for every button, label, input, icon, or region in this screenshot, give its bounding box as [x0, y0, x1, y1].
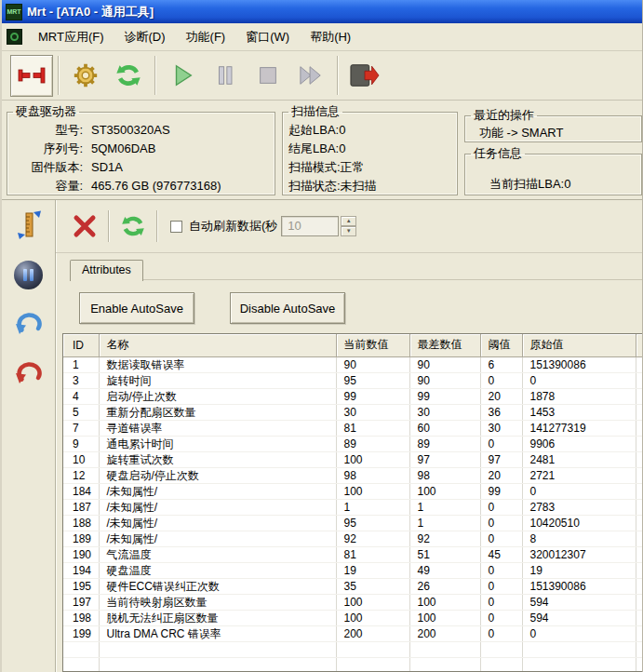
menu-mrt-app[interactable]: MRT应用(F) — [28, 25, 114, 49]
cell: 45 — [480, 547, 522, 563]
cell — [636, 437, 642, 452]
menu-function[interactable]: 功能(F) — [176, 25, 236, 49]
autosave-button-row: Enable AutoSave Disable AutoSave — [79, 292, 642, 324]
right-info-column: 最近的操作 功能 -> SMART 任务信息 当前扫描LBA:0 — [464, 107, 642, 195]
tab-attributes[interactable]: Attributes — [70, 260, 143, 281]
cell: 1 — [409, 516, 480, 531]
col-header-current[interactable]: 当前数值 — [336, 334, 409, 357]
cell: 0 — [480, 437, 522, 452]
col-header-id[interactable]: ID — [63, 334, 99, 357]
cell: 100 — [336, 611, 409, 626]
cell: 0 — [480, 579, 522, 595]
cell: /未知属性/ — [99, 531, 336, 547]
cell: 99 — [336, 389, 409, 405]
info-panels: 硬盘驱动器 型号: ST3500320AS 序列号: 5QM06DAB 固件版本… — [2, 101, 642, 200]
measure-tool-button[interactable] — [11, 208, 47, 243]
cell — [636, 611, 642, 626]
table-row[interactable]: 9通电累计时间898909906 — [63, 437, 642, 452]
exit-button[interactable] — [343, 55, 386, 97]
cell-id: 12 — [63, 468, 99, 484]
drive-connect-button[interactable] — [10, 55, 53, 97]
table-row[interactable]: 1数据读取错误率90906151390086 — [63, 357, 642, 373]
enable-autosave-button[interactable]: Enable AutoSave — [79, 292, 194, 324]
cell: 气流温度 — [99, 547, 336, 563]
cell-id: 190 — [63, 547, 99, 563]
cell: 0 — [480, 373, 522, 389]
table-filler-row — [63, 658, 642, 672]
cell: 141277319 — [522, 421, 636, 437]
table-row[interactable]: 187/未知属性/1102783 — [63, 500, 642, 516]
main-toolbar — [2, 51, 642, 101]
delete-x-icon — [73, 214, 97, 238]
table-row[interactable]: 10旋转重试次数10097972481 — [63, 452, 642, 468]
table-row[interactable]: 194硬盘温度1949019 — [63, 563, 642, 579]
pause-sphere-button[interactable] — [11, 257, 47, 292]
table-row[interactable]: 12硬盘启动/停止次数9898202721 — [63, 468, 642, 484]
menu-window[interactable]: 窗口(W) — [235, 25, 300, 49]
cell-id: 199 — [63, 626, 99, 642]
table-row[interactable]: 190气流温度815145320012307 — [63, 547, 642, 563]
mrt-app-icon — [7, 29, 22, 45]
cell: 1453 — [522, 405, 636, 421]
drive-firmware-label: 固件版本: — [13, 158, 91, 177]
table-row[interactable]: 184/未知属性/100100990 — [63, 484, 642, 500]
refresh-data-button[interactable] — [116, 209, 150, 243]
table-row[interactable]: 198脱机无法纠正扇区数量1001000594 — [63, 611, 642, 626]
drive-connect-icon — [18, 65, 46, 86]
table-row[interactable]: 199Ultra DMA CRC 错误率20020000 — [63, 626, 642, 642]
delete-button[interactable] — [68, 209, 101, 243]
cell-id: 184 — [63, 484, 99, 500]
stop-icon — [256, 63, 280, 87]
spinner-up-button[interactable]: ▲ — [341, 216, 356, 226]
cell: 脱机无法纠正扇区数量 — [99, 611, 336, 626]
cell: 60 — [409, 421, 480, 437]
col-header-raw[interactable]: 原始值 — [522, 334, 636, 357]
left-sidebar — [2, 200, 56, 672]
settings-button[interactable] — [64, 55, 107, 97]
menu-diagnose[interactable]: 诊断(D) — [114, 25, 176, 49]
cell: /未知属性/ — [99, 500, 336, 516]
cell: 20 — [480, 468, 522, 484]
table-row[interactable]: 3旋转时间959000 — [63, 373, 642, 389]
smart-table-container: ID 名称 当前数值 最差数值 阈值 原始值 1数据读取错误率909061513… — [62, 333, 642, 672]
table-row[interactable]: 7寻道错误率816030141277319 — [63, 421, 642, 437]
drive-firmware-value: SD1A — [91, 158, 269, 177]
undo-red-button[interactable] — [11, 356, 47, 391]
cell-id: 7 — [63, 421, 99, 437]
refresh-button[interactable] — [107, 55, 150, 97]
cell: 重新分配扇区数量 — [99, 405, 336, 421]
cell: 30 — [480, 421, 522, 437]
undo-blue-button[interactable] — [11, 306, 47, 342]
cell: 8 — [522, 531, 636, 547]
fast-forward-button[interactable] — [289, 55, 332, 97]
cell — [636, 516, 642, 531]
refresh-interval-input[interactable]: 10 — [281, 216, 339, 236]
table-row[interactable]: 197当前待映射扇区数量1001000594 — [63, 595, 642, 611]
pause-scan-button[interactable] — [204, 55, 247, 97]
stop-scan-button[interactable] — [247, 55, 289, 97]
cell: 1 — [336, 500, 409, 516]
disable-autosave-button[interactable]: Disable AutoSave — [230, 292, 345, 324]
table-row[interactable]: 195硬件ECC错误纠正次数35260151390086 — [63, 579, 642, 595]
task-panel-legend: 任务信息 — [471, 145, 525, 162]
cell: Ultra DMA CRC 错误率 — [99, 626, 336, 642]
spinner-down-button[interactable]: ▼ — [341, 226, 356, 236]
col-header-threshold[interactable]: 阈值 — [480, 334, 522, 357]
auto-refresh-checkbox[interactable] — [170, 221, 182, 233]
toolbar-separator — [337, 56, 339, 95]
col-header-name[interactable]: 名称 — [99, 334, 336, 357]
table-row[interactable]: 5重新分配扇区数量3030361453 — [63, 405, 642, 421]
table-row[interactable]: 4启动/停止次数9999201878 — [63, 389, 642, 405]
cell-id: 188 — [63, 516, 99, 531]
col-header-worst[interactable]: 最差数值 — [409, 334, 480, 357]
table-row[interactable]: 188/未知属性/951010420510 — [63, 516, 642, 531]
table-row[interactable]: 189/未知属性/929208 — [63, 531, 642, 547]
refresh-icon — [114, 61, 142, 89]
cell: 通电累计时间 — [99, 437, 336, 452]
start-scan-button[interactable] — [161, 55, 204, 97]
cell: 97 — [480, 452, 522, 468]
menu-help[interactable]: 帮助(H) — [300, 25, 361, 49]
play-icon — [170, 63, 194, 87]
ruler-measure-icon — [16, 210, 42, 240]
cell: 9906 — [522, 437, 636, 452]
